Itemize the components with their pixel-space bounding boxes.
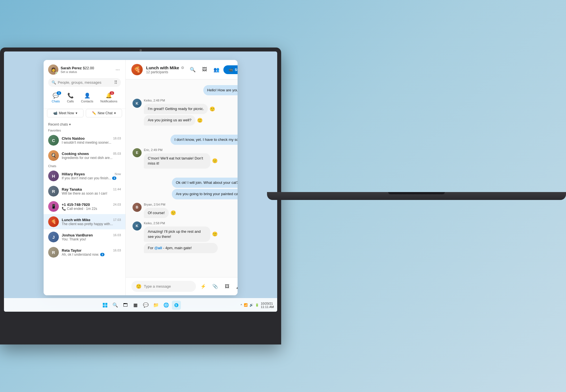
reaction-icon[interactable]: 🙂 — [212, 158, 218, 163]
chat-name-hillary: Hillary Reyes — [62, 172, 85, 176]
chat-content-ray: Ray Tanaka 11:44 Will be there as soon a… — [62, 187, 121, 195]
message-content: Keiko, 2:58 PM Amazing! I'll pick up the… — [144, 221, 218, 253]
msg-avatar-eric: E — [133, 148, 142, 157]
reaction-icon[interactable]: 🙂 — [210, 106, 215, 112]
start-call-button[interactable]: 📹 Start call — [223, 65, 238, 74]
message-content: Bryan, 2:54 PM Of course! 🙂 — [144, 203, 176, 218]
datetime[interactable]: 10/20/21 11:11 AM — [261, 302, 274, 309]
recent-chats-label: Recent chats — [48, 122, 68, 126]
search-button[interactable]: 🔍 — [188, 65, 197, 74]
user-name: Sarah Perez — [61, 66, 82, 70]
task-view-button[interactable]: 🗔 — [121, 301, 130, 310]
chat-item-reta[interactable]: R Reta Taylor 16.03 Ah, ok I understand … — [44, 245, 125, 260]
notifications-label: Notifications — [101, 100, 118, 103]
avatar-hillary: H — [48, 171, 59, 181]
chat-name-chris: Chris Naidoo — [62, 136, 85, 141]
input-box: 🙂 — [131, 281, 196, 292]
participants-button[interactable]: 👥 — [212, 65, 221, 74]
user-name-row: Sarah Perez $22.00 — [61, 66, 94, 70]
chat-title: Lunch with Mike — [146, 65, 179, 70]
chat-item-cooking[interactable]: 🍳 Cooking shows 05.03 Ingredients for ou… — [44, 148, 125, 163]
chat-item-ray[interactable]: R Ray Tanaka 11:44 Will be there as soon… — [44, 184, 125, 199]
bubble: For @all - 4pm, main gate! — [144, 243, 218, 253]
edge-button[interactable]: 🌐 — [162, 301, 171, 310]
chat-item-chris[interactable]: C Chris Naidoo 18.03 I wouldn't mind mee… — [44, 133, 125, 148]
message-input[interactable] — [144, 284, 191, 288]
chat-taskbar-button[interactable]: 💬 — [141, 301, 150, 310]
messages-area[interactable]: Hello! How are you doing? K Keiko, 2:48 … — [126, 79, 238, 277]
reaction-icon[interactable]: 🙂 — [197, 118, 203, 123]
laptop-shell: 👩 Sarah Perez $22.00 Set a status — [0, 48, 281, 344]
message-group-sent2: 2:53 PM Ok ok! I will join. What about y… — [133, 172, 238, 199]
chat-item-hillary[interactable]: H Hillary Reyes Now If you don't mind ca… — [44, 168, 125, 184]
chat-item-lunch[interactable]: 🍕 Lunch with Mike 17.03 The client was p… — [44, 214, 125, 229]
audio-button[interactable]: 🎤 — [234, 282, 238, 291]
contacts-label: Contacts — [81, 100, 93, 103]
user-status[interactable]: Set a status — [61, 70, 94, 74]
chat-time-phone: 24.03 — [113, 203, 121, 206]
svg-rect-2 — [103, 305, 105, 307]
search-taskbar-button[interactable]: 🔍 — [111, 301, 120, 310]
recent-chats-header[interactable]: Recent chats ▾ — [44, 121, 125, 128]
chat-content-lunch: Lunch with Mike 17.03 The client was pre… — [62, 218, 121, 226]
reaction-icon[interactable]: 🙂 — [212, 231, 218, 237]
chat-area: 🍕 Lunch with Mike ⚙ 12 participants 🔍 🖼 … — [126, 60, 238, 295]
taskbar-center: 🔍 🗔 ▦ 💬 📁 🌐 S — [101, 301, 181, 310]
svg-rect-3 — [105, 305, 107, 307]
grid-icon[interactable]: ⠿ — [114, 80, 118, 85]
gallery-button[interactable]: 🖼 — [200, 65, 209, 74]
message-row: E Eric, 2:49 PM C'mon! We'll eat hot tam… — [133, 148, 218, 169]
notifications-icon: 🔔 1 — [106, 92, 112, 99]
mention-all: @all — [154, 246, 162, 250]
message-content: I don't know, yet. I have to check my sc… — [170, 135, 238, 145]
attachment-button[interactable]: 📎 — [211, 282, 220, 291]
emoji-button[interactable]: 🙂 — [136, 284, 142, 289]
chat-content-chris: Chris Naidoo 18.03 I wouldn't mind meeti… — [62, 136, 121, 145]
chat-time-cooking: 05.03 — [113, 152, 121, 155]
chat-item-joshua[interactable]: J Joshua VanBuren 16.03 You: Thank you! — [44, 229, 125, 245]
chat-name-ray: Ray Tanaka — [62, 187, 82, 191]
tab-calls[interactable]: 📞 Calls — [65, 91, 76, 104]
meet-now-button[interactable]: 📹 Meet Now ▾ — [47, 109, 84, 117]
chat-participants: 12 participants — [146, 70, 184, 74]
message-row: Hello! How are you doing? — [203, 85, 238, 95]
search-icon: 🔍 — [52, 80, 56, 85]
bubble-row: Amazing! I'll pick up the rest and see y… — [144, 227, 218, 242]
chats-badge: 3 — [57, 91, 61, 95]
recent-chats-chevron: ▾ — [69, 122, 71, 126]
message-sender: Bryan, 2:54 PM — [144, 203, 176, 206]
chats-icon: 💬 3 — [53, 92, 59, 99]
avatar-joshua: J — [48, 232, 59, 242]
start-button[interactable] — [101, 301, 110, 310]
file-explorer-button[interactable]: 📁 — [151, 301, 161, 310]
more-options-button[interactable]: ··· — [114, 66, 121, 74]
message-sender: Eric, 2:49 PM — [144, 148, 218, 152]
chat-content-joshua: Joshua VanBuren 16.03 You: Thank you! — [62, 233, 121, 241]
format-button[interactable]: ⚡ — [199, 282, 208, 291]
skype-button[interactable]: S — [172, 301, 181, 310]
time: 11:11 AM — [261, 305, 274, 309]
laptop-camera — [140, 49, 142, 51]
tab-contacts[interactable]: 👤 Contacts — [79, 91, 95, 104]
tab-chats[interactable]: 💬 3 Chats — [50, 91, 62, 104]
settings-icon[interactable]: ⚙ — [181, 66, 184, 70]
new-chat-button[interactable]: ✏️ New Chat ▾ — [86, 109, 122, 117]
search-input[interactable] — [58, 80, 111, 85]
user-balance: $22.00 — [83, 66, 94, 70]
chat-content-reta: Reta Taylor 16.03 Ah, ok I understand no… — [62, 248, 121, 257]
skype-logo: S — [174, 303, 179, 307]
tab-notifications[interactable]: 🔔 1 Notifications — [98, 91, 120, 104]
chat-header-info: Lunch with Mike ⚙ 12 participants — [146, 65, 184, 74]
reaction-icon[interactable]: 🙂 — [170, 210, 176, 216]
widgets-button[interactable]: ▦ — [131, 301, 140, 310]
action-buttons: 📹 Meet Now ▾ ✏️ New Chat ▾ — [44, 109, 125, 121]
chat-time-joshua: 16.03 — [113, 233, 121, 237]
battery-icon: 🔋 — [255, 303, 259, 307]
chat-item-phone[interactable]: 📱 +1 415-748-7920 24.03 📞 Call ended · 1… — [44, 199, 125, 214]
media-button[interactable]: 🖼 — [223, 282, 232, 291]
message-content: Hello! How are you doing? — [203, 85, 238, 95]
chat-preview-joshua: You: Thank you! — [62, 237, 121, 241]
avatar[interactable]: 👩 — [48, 64, 58, 75]
bubble-row: C'mon! We'll eat hot tamale! Don't miss … — [144, 153, 218, 169]
bubble-row: Of course! 🙂 — [144, 208, 176, 218]
